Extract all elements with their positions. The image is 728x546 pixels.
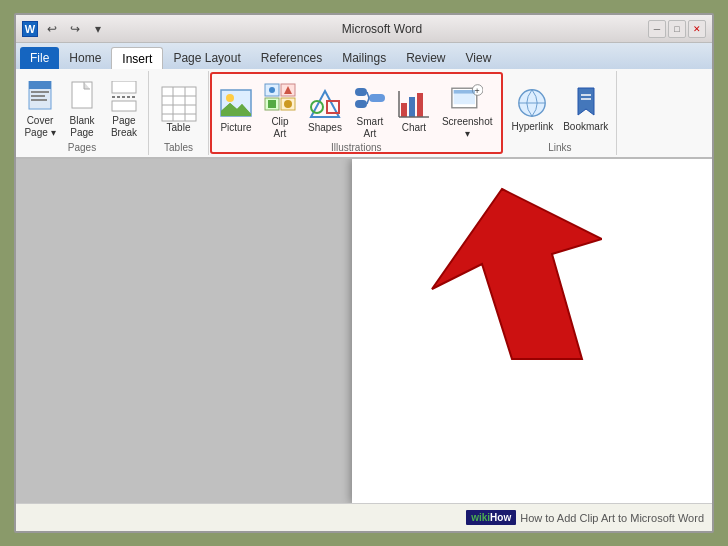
ribbon-spacer <box>617 71 712 155</box>
illustrations-group-items: Picture <box>216 76 497 142</box>
svg-rect-1 <box>29 81 51 89</box>
smart-art-btn[interactable]: SmartArt <box>350 80 390 142</box>
tab-references[interactable]: References <box>251 47 332 69</box>
hyperlink-label: Hyperlink <box>512 121 554 133</box>
svg-text:+: + <box>475 86 480 96</box>
bookmark-icon <box>570 87 602 119</box>
tab-review[interactable]: Review <box>396 47 455 69</box>
hyperlink-btn[interactable]: Hyperlink <box>508 85 558 135</box>
arrow-overlay <box>342 179 602 439</box>
chart-label: Chart <box>402 122 426 134</box>
svg-rect-31 <box>369 94 385 102</box>
app-icon: W <box>22 21 38 37</box>
undo-btn[interactable]: ↩ <box>42 19 62 39</box>
svg-point-25 <box>284 100 292 108</box>
svg-line-32 <box>367 92 369 98</box>
page-break-btn[interactable]: PageBreak <box>104 79 144 141</box>
blank-page-btn[interactable]: BlankPage <box>62 79 102 141</box>
svg-line-33 <box>367 98 369 104</box>
svg-point-16 <box>226 94 234 102</box>
svg-marker-46 <box>578 88 594 115</box>
svg-rect-4 <box>31 99 47 101</box>
picture-icon <box>220 88 252 120</box>
pages-group-items: CoverPage ▾ BlankPage <box>20 73 144 142</box>
clip-art-icon <box>264 82 296 114</box>
app-window: W ↩ ↪ ▾ Microsoft Word ─ □ ✕ File Home I… <box>14 13 714 533</box>
page-break-label: PageBreak <box>111 115 137 139</box>
cover-page-icon <box>24 81 56 113</box>
table-label: Table <box>167 122 191 133</box>
svg-marker-49 <box>432 189 602 359</box>
table-btn[interactable]: Table <box>155 84 203 135</box>
close-btn[interactable]: ✕ <box>688 20 706 38</box>
bookmark-btn[interactable]: Bookmark <box>559 85 612 135</box>
svg-rect-24 <box>268 100 276 108</box>
svg-rect-5 <box>72 82 92 108</box>
blank-page-icon <box>66 81 98 113</box>
picture-label: Picture <box>220 122 251 134</box>
redo-btn[interactable]: ↪ <box>65 19 85 39</box>
ribbon-group-pages: CoverPage ▾ BlankPage <box>16 71 149 155</box>
svg-rect-8 <box>112 101 136 111</box>
window-title: Microsoft Word <box>116 22 648 36</box>
quick-access-buttons: ↩ ↪ ▾ <box>42 19 108 39</box>
maximize-btn[interactable]: □ <box>668 20 686 38</box>
svg-rect-29 <box>355 88 367 96</box>
clip-art-btn[interactable]: ClipArt <box>260 80 300 142</box>
svg-rect-6 <box>112 81 136 93</box>
smart-art-icon <box>354 82 386 114</box>
wiki-how-text: How to Add Clip Art to Microsoft Word <box>520 512 704 524</box>
quick-access-dropdown[interactable]: ▾ <box>88 19 108 39</box>
picture-btn[interactable]: Picture <box>216 86 256 136</box>
clip-art-label: ClipArt <box>271 116 288 140</box>
chart-icon <box>398 88 430 120</box>
pages-label: Pages <box>68 142 96 155</box>
screenshot-label: Screenshot▾ <box>442 116 493 140</box>
tab-insert[interactable]: Insert <box>111 47 163 69</box>
svg-rect-35 <box>409 97 415 117</box>
svg-rect-43 <box>454 90 475 94</box>
svg-point-22 <box>269 87 275 93</box>
title-bar: W ↩ ↪ ▾ Microsoft Word ─ □ ✕ <box>16 15 712 43</box>
cover-page-btn[interactable]: CoverPage ▾ <box>20 79 60 141</box>
svg-rect-3 <box>31 95 45 97</box>
page-break-icon <box>108 81 140 113</box>
smart-art-label: SmartArt <box>357 116 384 140</box>
svg-rect-36 <box>417 93 423 117</box>
main-area <box>16 159 712 503</box>
chart-btn[interactable]: Chart <box>394 86 434 136</box>
screenshot-icon: + <box>451 82 483 114</box>
cover-page-label: CoverPage ▾ <box>24 115 55 139</box>
bottom-bar: wikiHow How to Add Clip Art to Microsoft… <box>16 503 712 531</box>
tab-view[interactable]: View <box>456 47 502 69</box>
tables-label: Tables <box>164 142 193 155</box>
ribbon-tabs: File Home Insert Page Layout References … <box>16 43 712 69</box>
svg-rect-2 <box>31 91 49 93</box>
tab-mailings[interactable]: Mailings <box>332 47 396 69</box>
illustrations-label: Illustrations <box>331 142 382 155</box>
tables-group-items: Table <box>155 73 203 142</box>
ribbon-body: CoverPage ▾ BlankPage <box>16 69 712 159</box>
shapes-btn[interactable]: Shapes <box>304 86 346 136</box>
svg-rect-9 <box>162 87 196 121</box>
shapes-icon <box>309 88 341 120</box>
tab-page-layout[interactable]: Page Layout <box>163 47 250 69</box>
svg-rect-34 <box>401 103 407 117</box>
links-label: Links <box>548 142 571 155</box>
bookmark-label: Bookmark <box>563 121 608 133</box>
ribbon-group-tables: Table Tables <box>149 71 209 155</box>
svg-rect-30 <box>355 100 367 108</box>
minimize-btn[interactable]: ─ <box>648 20 666 38</box>
wiki-badge: wikiHow <box>466 510 516 525</box>
hyperlink-icon <box>516 87 548 119</box>
tab-home[interactable]: Home <box>59 47 111 69</box>
ribbon-group-illustrations: Picture <box>210 72 503 154</box>
ribbon-group-links: Hyperlink Bookmark Links <box>504 71 618 155</box>
blank-page-label: BlankPage <box>69 115 94 139</box>
links-group-items: Hyperlink Bookmark <box>508 73 613 142</box>
tab-file[interactable]: File <box>20 47 59 69</box>
screenshot-btn[interactable]: + Screenshot▾ <box>438 80 497 142</box>
shapes-label: Shapes <box>308 122 342 134</box>
